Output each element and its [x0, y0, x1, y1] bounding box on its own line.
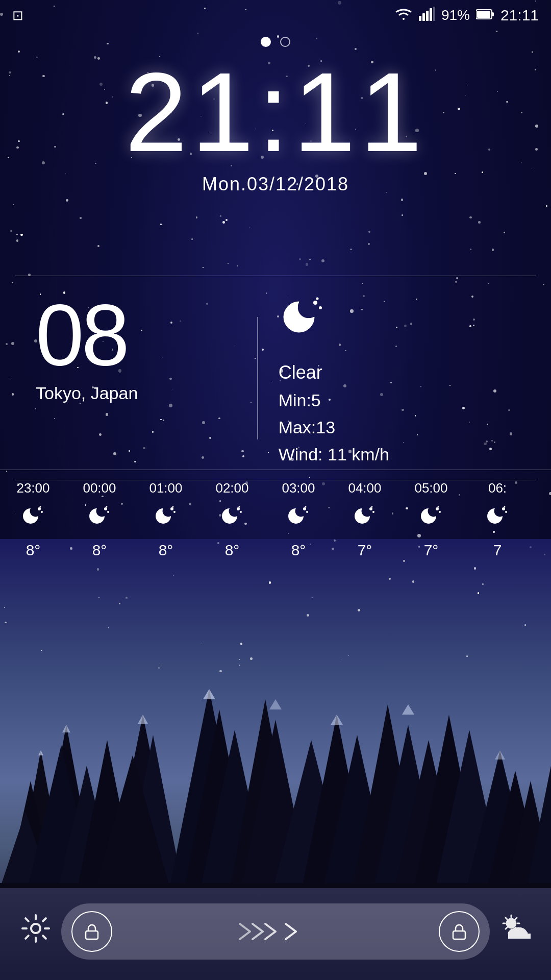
wifi-icon: [394, 7, 413, 24]
svg-rect-39: [430, 8, 432, 21]
hourly-temp: 8°: [92, 542, 107, 559]
hourly-time: 04:00: [348, 480, 381, 496]
hourly-moon-icon: [219, 503, 245, 534]
weather-max: Max:13: [279, 418, 525, 437]
svg-point-70: [504, 506, 506, 508]
weather-main: 08 Tokyo, Japan Clear Min:5 Max:13 Wind:…: [26, 291, 525, 464]
svg-point-68: [502, 507, 505, 510]
svg-rect-36: [419, 16, 421, 21]
svg-point-53: [170, 507, 173, 510]
hourly-moon-icon: [87, 503, 112, 534]
hourly-item: 06: 7: [464, 480, 531, 559]
clock-time: 21:11: [0, 56, 551, 168]
weather-app-icon[interactable]: [500, 913, 531, 950]
hourly-temp: 7°: [358, 542, 372, 559]
moon-icon: [279, 291, 525, 350]
weather-left: 08 Tokyo, Japan: [26, 291, 242, 403]
svg-point-47: [38, 507, 41, 510]
hourly-time: 23:00: [16, 480, 49, 496]
svg-rect-72: [86, 931, 98, 939]
hourly-time: 06:: [488, 480, 507, 496]
hourly-temp: 8°: [291, 542, 306, 559]
unlock-slider[interactable]: [61, 903, 490, 960]
settings-icon[interactable]: [20, 913, 51, 950]
svg-marker-30: [138, 715, 148, 724]
weather-temperature: 08: [36, 291, 127, 378]
weather-city: Tokyo, Japan: [36, 383, 138, 403]
svg-rect-73: [453, 931, 465, 939]
svg-point-63: [372, 511, 374, 513]
hourly-item: 23:00 8°: [0, 480, 66, 559]
svg-point-61: [305, 506, 307, 508]
svg-marker-32: [269, 699, 282, 709]
svg-point-59: [303, 507, 306, 510]
hourly-item: 03:00 8°: [265, 480, 332, 559]
svg-rect-42: [492, 12, 494, 16]
svg-point-60: [306, 511, 308, 513]
hourly-temp: 8°: [159, 542, 173, 559]
svg-marker-28: [38, 750, 43, 755]
svg-marker-34: [402, 704, 414, 715]
hourly-moon-icon: [153, 503, 179, 534]
svg-line-79: [506, 918, 507, 919]
svg-line-81: [515, 918, 517, 919]
svg-point-45: [319, 306, 322, 309]
hourly-moon-icon: [286, 503, 311, 534]
lock-left-icon[interactable]: [71, 911, 112, 952]
svg-point-66: [439, 511, 441, 513]
tree-container: [0, 587, 551, 919]
hourly-item: 05:00 7°: [398, 480, 464, 559]
hourly-time: 01:00: [149, 480, 182, 496]
svg-point-44: [313, 301, 317, 305]
svg-point-51: [107, 511, 109, 513]
weather-condition: Clear: [279, 362, 525, 383]
svg-point-71: [31, 924, 40, 933]
hourly-time: 00:00: [83, 480, 116, 496]
page-indicators: [0, 37, 551, 47]
bottom-bar: [0, 903, 551, 960]
svg-marker-31: [203, 689, 215, 699]
hourly-temp: 8°: [225, 542, 240, 559]
svg-point-50: [104, 507, 107, 510]
hourly-item: 04:00 7°: [332, 480, 398, 559]
hourly-temp: 7: [493, 542, 502, 559]
status-right: 91% 21:11: [394, 7, 539, 24]
hourly-temp: 8°: [26, 542, 41, 559]
hourly-item: 00:00 8°: [66, 480, 133, 559]
hourly-forecast: 23:00 8° 00:00 8°: [0, 470, 551, 569]
page-dot-2[interactable]: [280, 37, 290, 47]
weather-widget[interactable]: 08 Tokyo, Japan Clear Min:5 Max:13 Wind:…: [15, 276, 536, 480]
clock-widget: 21:11 Mon.03/12/2018: [0, 56, 551, 195]
svg-marker-35: [495, 750, 505, 760]
status-left: ⊡: [12, 8, 23, 23]
svg-point-49: [40, 506, 41, 508]
status-bar: ⊡ 91% 21:11: [0, 0, 551, 31]
battery-icon: [476, 7, 494, 23]
signal-icon: [419, 7, 435, 24]
weather-min: Min:5: [279, 390, 525, 410]
svg-point-62: [369, 507, 372, 510]
hourly-time: 02:00: [215, 480, 248, 496]
hourly-moon-icon: [352, 503, 378, 534]
svg-point-56: [237, 507, 240, 510]
weather-right: Clear Min:5 Max:13 Wind: 11 km/h: [273, 291, 525, 464]
svg-point-52: [106, 506, 108, 508]
page-dot-1[interactable]: [261, 37, 271, 47]
svg-rect-40: [433, 7, 435, 21]
alarm-icon: ⊡: [12, 8, 23, 23]
svg-marker-29: [62, 725, 70, 732]
hourly-moon-icon: [485, 503, 510, 534]
hourly-time: 03:00: [282, 480, 315, 496]
svg-point-46: [316, 298, 318, 300]
svg-point-67: [438, 506, 439, 508]
svg-rect-37: [422, 13, 425, 21]
hourly-item: 02:00 8°: [199, 480, 265, 559]
weather-divider: [257, 317, 258, 439]
svg-point-69: [505, 511, 507, 513]
svg-point-57: [240, 511, 242, 513]
svg-point-58: [239, 506, 240, 508]
battery-percent: 91%: [441, 7, 470, 23]
lock-right-icon[interactable]: [439, 911, 480, 952]
hourly-moon-icon: [20, 503, 46, 534]
svg-rect-86: [508, 934, 531, 939]
